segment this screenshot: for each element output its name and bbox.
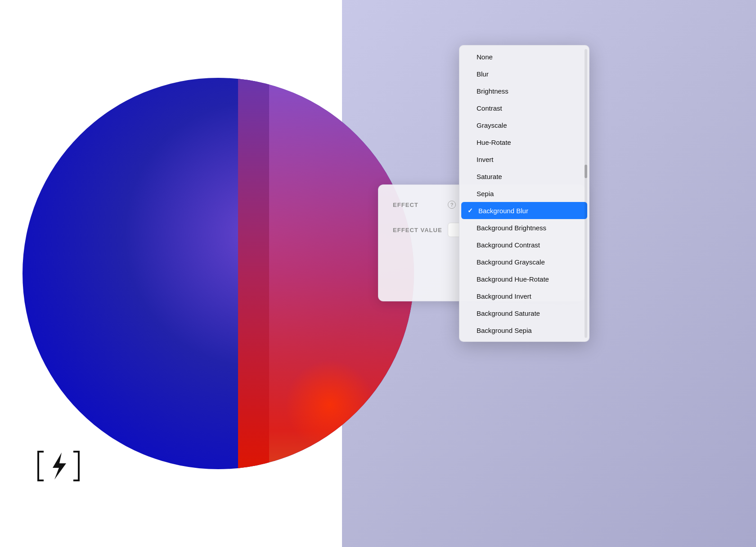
lightning-bolt-icon: [34, 448, 83, 484]
dropdown-item-label: Brightness: [477, 87, 581, 95]
dropdown-item-label: Background Brightness: [477, 224, 581, 232]
dropdown-item[interactable]: Background Invert: [459, 287, 589, 305]
dropdown-item-label: Sepia: [477, 190, 581, 197]
dropdown-item[interactable]: Saturate: [459, 168, 589, 185]
dropdown-item[interactable]: Grayscale: [459, 117, 589, 134]
dropdown-item[interactable]: Brightness: [459, 82, 589, 99]
dropdown-item[interactable]: Sepia: [459, 185, 589, 202]
dropdown-scrollbar[interactable]: [585, 49, 587, 338]
dropdown-item[interactable]: Background Hue-Rotate: [459, 270, 589, 287]
effect-help-icon[interactable]: ?: [448, 201, 456, 209]
dropdown-item[interactable]: Background Contrast: [459, 236, 589, 253]
dropdown-item-label: Blur: [477, 70, 581, 78]
checkmark-icon: ✓: [468, 207, 475, 214]
dropdown-item[interactable]: Background Saturate: [459, 305, 589, 322]
dropdown-item-label: Background Invert: [477, 292, 581, 300]
dropdown-item[interactable]: Invert: [459, 151, 589, 168]
effect-dropdown: NoneBlurBrightnessContrastGrayscaleHue-R…: [459, 45, 590, 342]
dropdown-item[interactable]: Background Brightness: [459, 219, 589, 236]
dropdown-item[interactable]: Hue-Rotate: [459, 134, 589, 151]
main-circle: [22, 78, 414, 469]
dropdown-item-label: Contrast: [477, 104, 581, 112]
dropdown-item[interactable]: Contrast: [459, 99, 589, 117]
circle-glow: [285, 360, 375, 450]
effect-value-label: EFFECT VALUE: [393, 227, 442, 233]
dropdown-item-label: Background Contrast: [477, 241, 581, 249]
dropdown-item[interactable]: Blur: [459, 65, 589, 82]
dropdown-item-label: Background Grayscale: [477, 258, 581, 266]
dropdown-item[interactable]: ✓Background Blur: [461, 202, 587, 219]
circle-strip: [238, 78, 270, 469]
dropdown-item-label: Background Saturate: [477, 309, 581, 317]
dropdown-item-label: Background Blur: [478, 207, 579, 215]
dropdown-item[interactable]: None: [459, 48, 589, 65]
dropdown-item-label: Hue-Rotate: [477, 139, 581, 146]
dropdown-item-label: Saturate: [477, 173, 581, 180]
effect-label: EFFECT: [393, 202, 442, 208]
dropdown-item-label: Background Sepia: [477, 327, 581, 334]
dropdown-scrollbar-thumb: [585, 165, 587, 178]
dropdown-item[interactable]: Background Grayscale: [459, 253, 589, 270]
dropdown-item-label: Invert: [477, 156, 581, 163]
dropdown-item-label: Grayscale: [477, 121, 581, 129]
dropdown-item-label: None: [477, 53, 581, 61]
dropdown-item[interactable]: Background Sepia: [459, 322, 589, 339]
dropdown-item-label: Background Hue-Rotate: [477, 275, 581, 283]
